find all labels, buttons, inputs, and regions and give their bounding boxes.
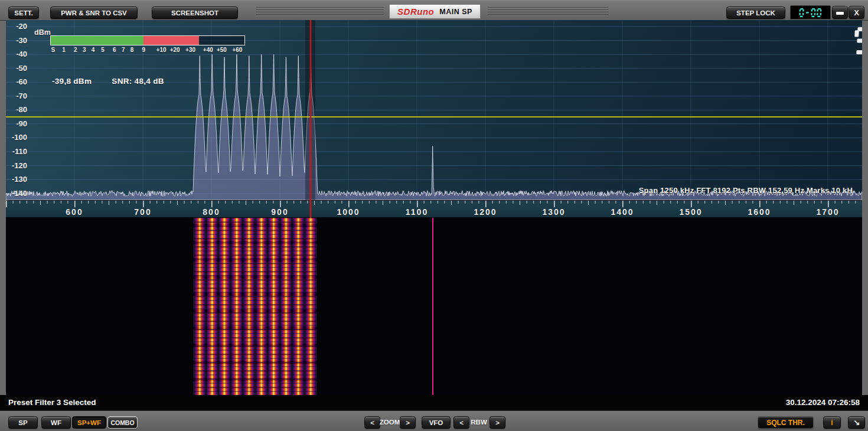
- screenshot-button[interactable]: SCREENSHOT: [152, 6, 238, 19]
- frequency-tick-label: 1500: [679, 207, 702, 217]
- s-meter-scale-label: +20: [170, 47, 180, 53]
- s-meter-red-segment: [143, 36, 198, 45]
- dbm-tick-label: -130: [6, 175, 27, 184]
- s-meter-scale-label: S: [51, 47, 56, 53]
- frequency-tick-label: 700: [134, 207, 151, 217]
- window-title[interactable]: SDRuno MAIN SP: [389, 4, 481, 19]
- zoom-out-button[interactable]: <: [364, 416, 380, 429]
- squelch-threshold-line[interactable]: [6, 116, 862, 117]
- display-area: -20-30-40-50-60-70-80-90-100-110-120-130…: [6, 20, 862, 395]
- dbm-tick-label: -80: [6, 105, 27, 115]
- s-meter: [50, 35, 245, 45]
- dbm-tick-label: -50: [6, 64, 27, 73]
- top-toolbar: SETT. PWR & SNR TO CSV SCREENSHOT SDRuno…: [0, 1, 868, 21]
- span-info-line: Span 1250 kHz FFT 8192 Pts RBW 152,59 Hz…: [639, 186, 853, 195]
- power-readout: -39,8 dBm: [52, 77, 92, 86]
- power-snr-readout: -39,8 dBm SNR: 48,4 dB: [52, 77, 164, 86]
- frequency-tick-label: 1100: [406, 207, 428, 217]
- s-meter-scale-label: 2: [74, 47, 77, 53]
- dbm-tick-label: -120: [6, 161, 27, 171]
- dbm-tick-label: -90: [6, 119, 27, 129]
- waterfall-signal-marker: [432, 218, 433, 395]
- settings-button[interactable]: SETT.: [8, 6, 39, 19]
- status-message: Preset Filter 3 Selected: [8, 398, 96, 407]
- dbm-tick-label: -60: [6, 77, 27, 87]
- s-meter-scale: S123456789+10+20+30+40+50+60: [50, 47, 245, 54]
- sp-view-button[interactable]: SP: [8, 416, 38, 429]
- dbm-tick-label: -70: [6, 92, 27, 101]
- frequency-tick-label: 1000: [337, 207, 360, 217]
- wf-view-button[interactable]: WF: [41, 416, 71, 429]
- s-meter-scale-label: 1: [62, 47, 66, 53]
- combo-view-button[interactable]: COMBO: [107, 416, 138, 429]
- s-meter-scale-label: 8: [130, 47, 134, 53]
- zoom-in-button[interactable]: >: [400, 416, 416, 429]
- minimize-button[interactable]: [832, 6, 848, 19]
- s-meter-green-segment: [51, 36, 143, 45]
- frequency-tick-label: 1200: [474, 207, 497, 217]
- tuned-frequency-line[interactable]: [310, 20, 311, 218]
- frequency-tick-label: 1600: [748, 207, 771, 217]
- s-meter-scale-label: +60: [232, 47, 242, 53]
- zoom-label: ZOOM: [381, 416, 399, 428]
- snr-readout: SNR: 48,4 dB: [112, 77, 164, 86]
- dbm-tick-label: -20: [6, 22, 27, 31]
- resize-arrow-icon: ↘: [853, 418, 860, 427]
- rbw-label: RBW: [470, 416, 488, 428]
- vfo-button[interactable]: VFO: [422, 416, 451, 429]
- s-meter-scale-label: +30: [185, 47, 195, 53]
- s-meter-scale-label: 5: [101, 47, 105, 53]
- s-meter-scale-label: 6: [113, 47, 116, 53]
- close-button[interactable]: X: [849, 6, 864, 19]
- minimize-icon: [836, 12, 844, 15]
- frequency-tick-label: 1300: [542, 207, 565, 217]
- s-meter-scale-label: +50: [217, 47, 227, 53]
- waterfall-plot: [6, 218, 862, 395]
- frequency-tick-label: 800: [203, 207, 220, 217]
- waterfall-texture: [193, 218, 317, 395]
- dbm-unit-label: dBm: [34, 28, 51, 37]
- info-button[interactable]: i: [823, 416, 841, 429]
- dbm-tick-label: -110: [6, 147, 27, 156]
- s-meter-scale-label: 9: [142, 47, 146, 53]
- sdruno-main-sp-window: SETT. PWR & SNR TO CSV SCREENSHOT SDRuno…: [0, 0, 868, 431]
- s-meter-scale-label: 7: [122, 47, 125, 53]
- resize-button[interactable]: ↘: [848, 416, 865, 429]
- sqlc-threshold-button[interactable]: SQLC THR.: [758, 416, 814, 429]
- status-bar: Preset Filter 3 Selected 30.12.2024 07:2…: [0, 395, 868, 410]
- waterfall-panel[interactable]: [6, 218, 862, 395]
- spectrum-panel[interactable]: -20-30-40-50-60-70-80-90-100-110-120-130…: [6, 20, 862, 200]
- frequency-tick-label: 600: [66, 207, 83, 217]
- s-meter-scale-label: +10: [156, 47, 167, 53]
- s-meter-scale-label: 4: [92, 47, 95, 53]
- sp-wf-view-button[interactable]: SP+WF: [72, 416, 106, 429]
- panel-name: MAIN SP: [439, 8, 472, 16]
- step-lock-display: [790, 5, 831, 19]
- rbw-decrease-button[interactable]: <: [453, 416, 469, 429]
- dbm-tick-label: -100: [6, 133, 27, 142]
- frequency-tick-label: 900: [271, 207, 288, 217]
- dbm-tick-label: -140: [6, 189, 27, 198]
- sdruno-logo: SDRuno: [397, 6, 434, 17]
- s-meter-scale-label: +40: [203, 47, 213, 53]
- s-meter-scale-label: 3: [83, 47, 86, 53]
- frequency-tick-label: 1400: [611, 207, 634, 217]
- dbm-tick-label: -30: [6, 36, 27, 45]
- bottom-toolbar: SP WF SP+WF COMBO < ZOOM > VFO < RBW > S…: [0, 410, 868, 431]
- pwr-snr-to-csv-button[interactable]: PWR & SNR TO CSV: [50, 6, 138, 19]
- frequency-tick-label: 1700: [816, 207, 839, 217]
- drag-grip-left[interactable]: [256, 7, 384, 15]
- drag-grip-right[interactable]: [488, 7, 609, 15]
- status-datetime: 30.12.2024 07:26:58: [786, 398, 860, 407]
- frequency-axis: 6007008009001000110012001300140015001600…: [6, 200, 862, 218]
- dbm-tick-label: -40: [6, 50, 27, 59]
- step-lock-button[interactable]: STEP LOCK: [726, 6, 785, 19]
- rbw-increase-button[interactable]: >: [490, 416, 505, 429]
